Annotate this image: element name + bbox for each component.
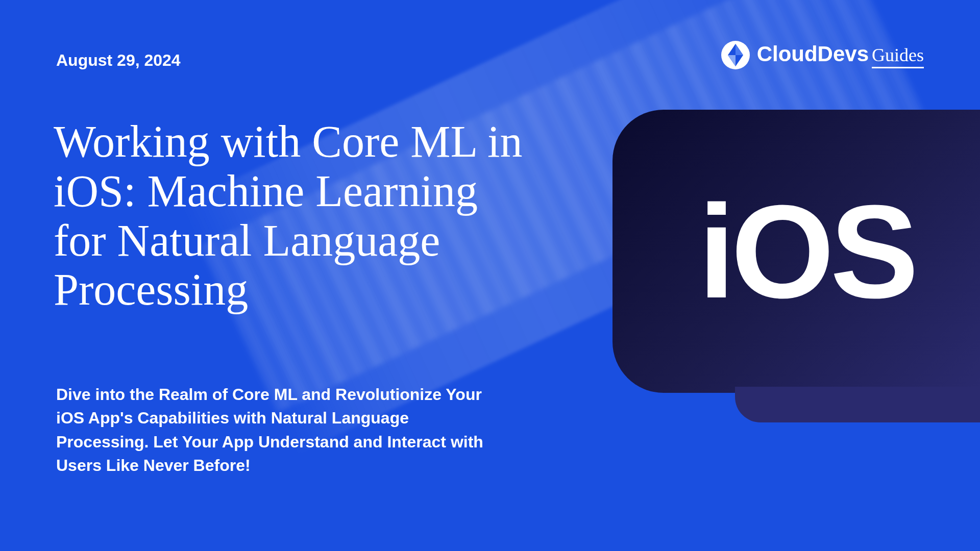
article-subtitle: Dive into the Realm of Core ML and Revol… [56,383,495,478]
logo-brand-text: CloudDevs [757,42,869,66]
article-title: Working with Core ML in iOS: Machine Lea… [54,117,523,315]
brand-logo: CloudDevs Guides [720,40,924,70]
ios-badge-text: iOS [698,185,915,318]
logo-suffix-text: Guides [872,44,924,68]
ios-badge: iOS [612,110,980,393]
clouddevs-icon [720,40,751,70]
publish-date: August 29, 2024 [56,51,181,70]
